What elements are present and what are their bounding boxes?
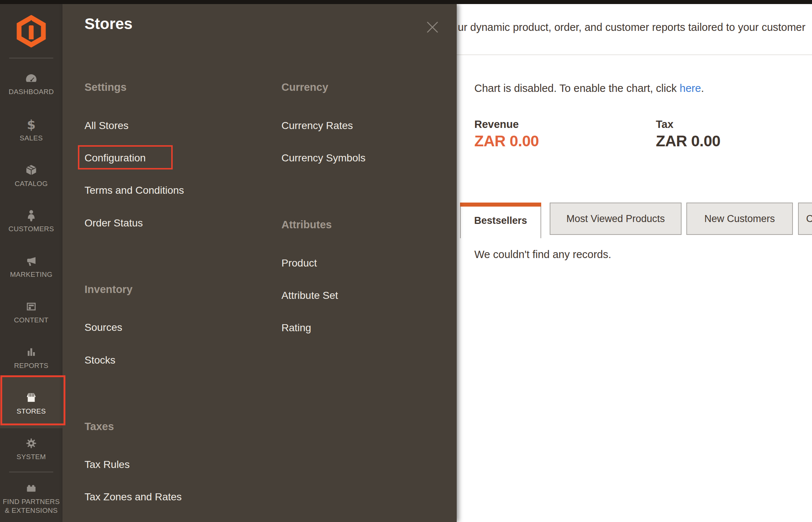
sidebar-item-sales[interactable]: $ SALES — [0, 117, 62, 143]
sidebar-item-find-partners[interactable]: FIND PARTNERS & EXTENSIONS — [0, 480, 62, 515]
tax-value: ZAR 0.00 — [656, 132, 721, 150]
menu-item-all-stores[interactable]: All Stores — [85, 118, 129, 133]
sidebar-item-label: MARKETING — [0, 270, 62, 279]
browser-top-bar — [0, 0, 812, 4]
box-icon — [0, 162, 62, 178]
menu-item-product[interactable]: Product — [281, 256, 317, 271]
menu-item-sources[interactable]: Sources — [85, 320, 122, 335]
annotation-box-stores — [0, 375, 65, 425]
gear-icon — [0, 435, 62, 451]
sidebar-item-system[interactable]: SYSTEM — [0, 435, 62, 461]
menu-item-tax-zones-and-rates[interactable]: Tax Zones and Rates — [85, 490, 182, 504]
tab-new-customers[interactable]: New Customers — [686, 203, 793, 235]
chart-disabled-suffix: . — [701, 82, 704, 94]
menu-item-currency-rates[interactable]: Currency Rates — [281, 118, 353, 133]
empty-records-message: We couldn't find any records. — [474, 249, 611, 261]
annotation-box-configuration — [78, 145, 173, 169]
sidebar-item-label: CUSTOMERS — [0, 225, 62, 233]
chart-disabled-text: Chart is disabled. To enable the chart, … — [474, 82, 680, 94]
sidebar-item-label: DASHBOARD — [0, 87, 62, 96]
sidebar-item-customers[interactable]: CUSTOMERS — [0, 207, 62, 233]
section-header-settings: Settings — [85, 80, 126, 94]
sidebar-item-label: FIND PARTNERS & EXTENSIONS — [2, 497, 61, 515]
tab-most-viewed-products[interactable]: Most Viewed Products — [550, 203, 682, 235]
revenue-value: ZAR 0.00 — [474, 132, 539, 150]
revenue-label: Revenue — [474, 118, 519, 130]
brick-icon — [0, 480, 62, 496]
close-icon[interactable] — [425, 20, 439, 34]
magento-logo[interactable] — [17, 15, 46, 49]
menu-item-currency-symbols[interactable]: Currency Symbols — [281, 151, 366, 165]
person-icon — [0, 207, 62, 224]
sidebar-item-reports[interactable]: REPORTS — [0, 344, 62, 370]
sidebar-divider-top — [9, 58, 53, 58]
tab-customers-partial[interactable]: C — [798, 203, 812, 235]
sidebar: DASHBOARD $ SALES CATALOG CUSTOMERS — [0, 4, 62, 522]
menu-item-rating[interactable]: Rating — [281, 321, 311, 335]
tax-label: Tax — [656, 118, 673, 130]
megaphone-icon — [0, 253, 62, 269]
intro-text-partial: ur dynamic product, order, and customer … — [458, 21, 805, 33]
sidebar-item-dashboard[interactable]: DASHBOARD — [0, 70, 62, 96]
stores-flyout-menu: Stores Settings All Stores Configuration… — [62, 4, 457, 522]
section-header-attributes: Attributes — [281, 217, 332, 232]
sidebar-item-label: SYSTEM — [0, 453, 62, 461]
menu-item-tax-rules[interactable]: Tax Rules — [85, 457, 130, 472]
sidebar-divider-bottom — [9, 472, 53, 472]
menu-item-order-status[interactable]: Order Status — [85, 216, 143, 230]
sidebar-item-label: REPORTS — [0, 361, 62, 370]
content-divider — [457, 54, 812, 55]
section-header-currency: Currency — [281, 80, 328, 94]
menu-item-terms-and-conditions[interactable]: Terms and Conditions — [85, 183, 184, 198]
sidebar-item-label: SALES — [0, 134, 62, 143]
sidebar-item-label: CONTENT — [0, 316, 62, 325]
dollar-icon: $ — [0, 117, 62, 133]
sidebar-item-marketing[interactable]: MARKETING — [0, 253, 62, 279]
svg-text:$: $ — [27, 118, 36, 131]
sidebar-item-label: CATALOG — [0, 179, 62, 188]
flyout-title: Stores — [85, 15, 133, 33]
section-header-inventory: Inventory — [85, 282, 133, 297]
chart-disabled-notice: Chart is disabled. To enable the chart, … — [474, 82, 704, 94]
menu-item-attribute-set[interactable]: Attribute Set — [281, 288, 338, 303]
section-header-taxes: Taxes — [85, 419, 114, 434]
bar-chart-icon — [0, 344, 62, 360]
dashboard-gauge-icon — [0, 70, 62, 86]
layout-icon — [0, 298, 62, 315]
tab-bestsellers[interactable]: Bestsellers — [460, 203, 541, 238]
enable-chart-link[interactable]: here — [680, 82, 701, 94]
menu-item-stocks[interactable]: Stocks — [85, 353, 115, 368]
sidebar-item-catalog[interactable]: CATALOG — [0, 162, 62, 188]
sidebar-item-content[interactable]: CONTENT — [0, 298, 62, 325]
